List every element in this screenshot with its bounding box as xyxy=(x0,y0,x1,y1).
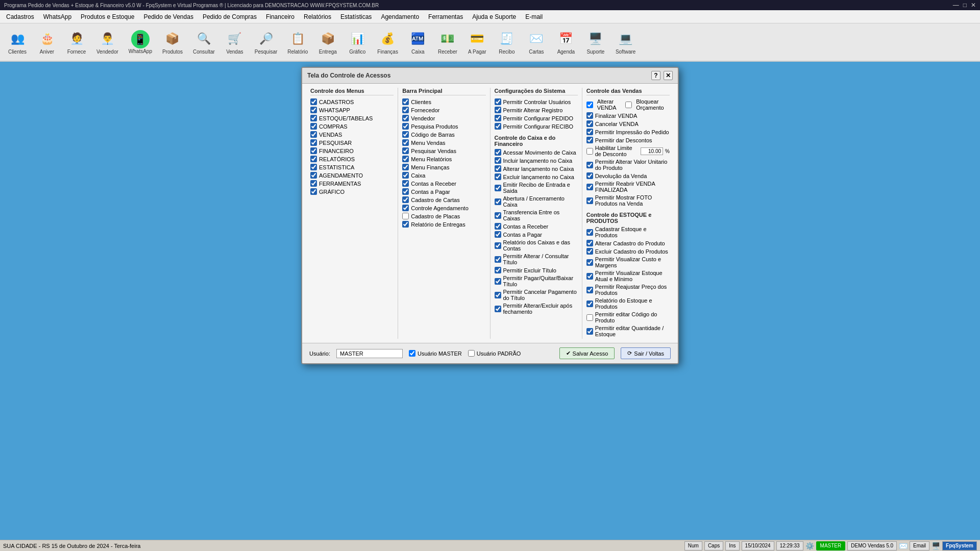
vendas-items-list-cb-8[interactable] xyxy=(586,197,593,204)
config-items-list-cb-2[interactable] xyxy=(495,115,501,121)
caixa-items-list-cb-14[interactable] xyxy=(495,306,501,312)
check-master-label[interactable]: Usuário MASTER xyxy=(409,350,462,357)
exit-button[interactable]: ⟳ Sair / Voltas xyxy=(621,347,671,359)
menu-item-whatsapp[interactable]: WhatsApp xyxy=(39,12,76,22)
vendas-items-list-cb-5[interactable] xyxy=(586,162,593,168)
caixa-items-list-cb-12[interactable] xyxy=(495,278,501,285)
toolbar-btn-apagar[interactable]: 💳A Pagar xyxy=(464,27,491,57)
barra-items-list-cb-11[interactable] xyxy=(402,188,409,195)
menu-item-e-mail[interactable]: E-mail xyxy=(521,12,547,22)
menu-item-ferramentas[interactable]: Ferramentas xyxy=(424,12,467,22)
barra-items-list-cb-9[interactable] xyxy=(402,172,409,179)
estoque-items-list-cb-6[interactable] xyxy=(586,300,593,307)
menu-items-list-cb-6[interactable] xyxy=(310,147,317,154)
toolbar-btn-software[interactable]: 💻Software xyxy=(612,27,639,57)
check-padrao-label[interactable]: Usuário PADRÃO xyxy=(468,350,521,357)
menu-items-list-cb-1[interactable] xyxy=(310,107,317,113)
toolbar-btn-cartas[interactable]: ✉️Cartas xyxy=(523,27,550,57)
toolbar-btn-entrega[interactable]: 📦Entrega xyxy=(314,27,341,57)
barra-items-list-cb-6[interactable] xyxy=(402,147,409,154)
barra-items-list-cb-2[interactable] xyxy=(402,115,409,121)
caixa-items-list-cb-10[interactable] xyxy=(495,256,501,263)
minimize-btn[interactable]: — xyxy=(953,2,959,9)
save-button[interactable]: ✔ Salvar Acesso xyxy=(559,347,615,359)
menu-item-relatórios[interactable]: Relatórios xyxy=(300,12,335,22)
vendas-items-list-cb-6[interactable] xyxy=(586,172,593,179)
menu-items-list-cb-3[interactable] xyxy=(310,123,317,130)
toolbar-btn-relatorio[interactable]: 📋Relatório xyxy=(284,27,311,57)
vendas-items-list-cb-0[interactable] xyxy=(586,112,593,119)
estoque-items-list-cb-3[interactable] xyxy=(586,259,593,266)
menu-items-list-cb-10[interactable] xyxy=(310,180,317,187)
menu-item-financeiro[interactable]: Financeiro xyxy=(262,12,299,22)
caixa-items-list-cb-11[interactable] xyxy=(495,267,501,273)
toolbar-btn-clientes[interactable]: 👥Clientes xyxy=(4,27,31,57)
barra-items-list-cb-10[interactable] xyxy=(402,180,409,187)
menu-items-list-cb-8[interactable] xyxy=(310,164,317,170)
check-master[interactable] xyxy=(409,350,415,357)
menu-items-list-cb-4[interactable] xyxy=(310,131,317,138)
check-padrao[interactable] xyxy=(468,350,475,357)
vendas-cb-0[interactable] xyxy=(586,102,593,108)
caixa-items-list-cb-6[interactable] xyxy=(495,212,501,219)
vendas-items-list-cb-3[interactable] xyxy=(586,137,593,143)
menu-item-pedidodecompras[interactable]: Pedido de Compras xyxy=(199,12,261,22)
toolbar-btn-vendedor[interactable]: 👨‍💼Vendedor xyxy=(93,27,122,57)
toolbar-btn-pesquisar[interactable]: 🔎Pesquisar xyxy=(251,27,281,57)
config-items-list-cb-3[interactable] xyxy=(495,123,501,130)
menu-item-ajudaesuporte[interactable]: Ajuda e Suporte xyxy=(468,12,520,22)
vendas-items-list-cb-7[interactable] xyxy=(586,184,593,190)
caixa-items-list-cb-4[interactable] xyxy=(495,185,501,191)
toolbar-btn-produtos[interactable]: 📦Produtos xyxy=(159,27,186,57)
barra-items-list-cb-1[interactable] xyxy=(402,107,409,113)
toolbar-btn-recibo[interactable]: 🧾Recibo xyxy=(494,27,520,57)
vendas-items-list-cb-1[interactable] xyxy=(586,120,593,127)
discount-input[interactable] xyxy=(641,147,663,155)
menu-items-list-cb-9[interactable] xyxy=(310,172,317,179)
menu-items-list-cb-5[interactable] xyxy=(310,139,317,146)
barra-items-list-cb-13[interactable] xyxy=(402,205,409,211)
menu-item-estatísticas[interactable]: Estatísticas xyxy=(336,12,376,22)
caixa-items-list-cb-9[interactable] xyxy=(495,242,501,249)
barra-items-list-cb-3[interactable] xyxy=(402,123,409,130)
caixa-items-list-cb-8[interactable] xyxy=(495,231,501,238)
vendas-items-list-cb-2[interactable] xyxy=(586,129,593,135)
toolbar-btn-agenda[interactable]: 📅Agenda xyxy=(553,27,579,57)
menu-item-pedidodevendas[interactable]: Pedido de Vendas xyxy=(139,12,197,22)
estoque-items-list-cb-7[interactable] xyxy=(586,314,593,321)
vendas-items-list-cb-4[interactable] xyxy=(586,148,593,155)
toolbar-btn-whatsapp[interactable]: 📱WhatsApp xyxy=(125,28,156,57)
menu-items-list-cb-0[interactable] xyxy=(310,98,317,105)
barra-items-list-cb-7[interactable] xyxy=(402,156,409,162)
barra-items-list-cb-0[interactable] xyxy=(402,98,409,105)
toolbar-btn-fornece[interactable]: 🧑‍💼Fornece xyxy=(63,27,90,57)
barra-items-list-cb-15[interactable] xyxy=(402,221,409,228)
menu-item-cadastros[interactable]: Cadastros xyxy=(2,12,38,22)
barra-items-list-cb-4[interactable] xyxy=(402,131,409,138)
estoque-items-list-cb-1[interactable] xyxy=(586,240,593,246)
caixa-items-list-cb-2[interactable] xyxy=(495,165,501,172)
usuario-input[interactable] xyxy=(336,349,403,358)
estoque-items-list-cb-0[interactable] xyxy=(586,229,593,236)
caixa-items-list-cb-5[interactable] xyxy=(495,198,501,205)
estoque-items-list-cb-2[interactable] xyxy=(586,248,593,255)
caixa-items-list-cb-7[interactable] xyxy=(495,223,501,230)
modal-help-btn[interactable]: ? xyxy=(651,71,660,80)
toolbar-btn-suporte[interactable]: 🖥️Suporte xyxy=(582,27,609,57)
caixa-items-list-cb-3[interactable] xyxy=(495,173,501,180)
maximize-btn[interactable]: □ xyxy=(963,2,967,9)
toolbar-btn-grafico[interactable]: 📊Gráfico xyxy=(344,27,371,57)
toolbar-btn-aniver[interactable]: 🎂Aniver xyxy=(34,27,60,57)
config-items-list-cb-0[interactable] xyxy=(495,98,501,105)
menu-items-list-cb-7[interactable] xyxy=(310,156,317,162)
caixa-items-list-cb-0[interactable] xyxy=(495,149,501,156)
vendas-cb-1[interactable] xyxy=(625,102,632,108)
menu-item-agendamento[interactable]: Agendamento xyxy=(377,12,423,22)
estoque-items-list-cb-8[interactable] xyxy=(586,328,593,335)
config-items-list-cb-1[interactable] xyxy=(495,107,501,113)
toolbar-btn-caixa[interactable]: 🏧Caixa xyxy=(405,27,431,57)
menu-items-list-cb-2[interactable] xyxy=(310,115,317,121)
barra-items-list-cb-14[interactable] xyxy=(402,213,409,219)
toolbar-btn-financas[interactable]: 💰Finanças xyxy=(374,27,402,57)
modal-close-btn[interactable]: ✕ xyxy=(664,71,673,80)
